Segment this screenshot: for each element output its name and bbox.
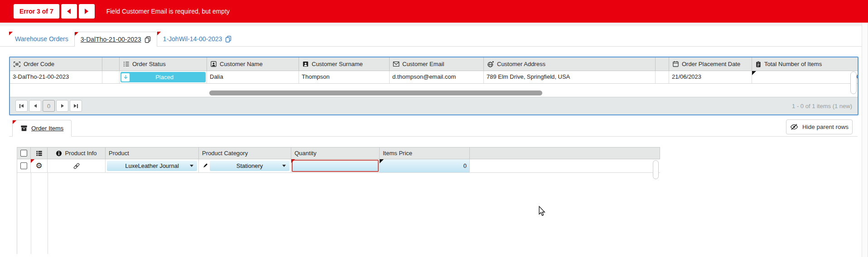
divider bbox=[9, 136, 858, 137]
modified-corner-icon bbox=[752, 71, 756, 75]
row-actions-header bbox=[31, 148, 48, 159]
spacer-column-header bbox=[656, 57, 669, 71]
customer-address-cell[interactable]: 789 Elm Drive, Springfield, USA bbox=[484, 71, 656, 83]
divider bbox=[0, 23, 868, 26]
customer-surname-cell[interactable]: Thompson bbox=[299, 71, 390, 83]
modified-corner-icon bbox=[380, 159, 384, 163]
orders-pager: 0 1 - 0 of 1 items (1 new) bbox=[10, 97, 858, 114]
error-corner-icon bbox=[75, 32, 78, 36]
pen-icon bbox=[202, 162, 208, 169]
id-card-filled-icon bbox=[302, 61, 309, 67]
customer-address-header[interactable]: Customer Address bbox=[484, 57, 656, 71]
pager-summary: 1 - 0 of 1 items (1 new) bbox=[792, 103, 852, 109]
column-divider bbox=[48, 172, 48, 254]
chevron-down-icon bbox=[190, 165, 193, 167]
order-items-header: Product Info Product Product Category Qu… bbox=[17, 147, 660, 159]
current-page-indicator[interactable]: 0 bbox=[43, 100, 55, 112]
error-corner-icon bbox=[157, 32, 161, 35]
next-page-button[interactable] bbox=[56, 100, 68, 112]
grid-empty-area bbox=[10, 84, 858, 97]
hide-parent-rows-button[interactable]: Hide parent rows bbox=[786, 119, 853, 134]
page-scrollbar-track[interactable] bbox=[862, 23, 868, 257]
horizontal-scrollbar[interactable] bbox=[209, 90, 542, 95]
product-dropdown[interactable]: LuxeLeather Journal bbox=[107, 161, 197, 171]
info-icon bbox=[56, 150, 62, 157]
last-page-button[interactable] bbox=[70, 100, 82, 112]
product-header[interactable]: Product bbox=[106, 148, 199, 159]
status-download-icon bbox=[121, 73, 130, 81]
gear-icon[interactable]: ⚙ bbox=[35, 162, 42, 170]
order-row: 3-DalTho-21-00-2023 Placed Dalia Thompso… bbox=[10, 71, 858, 84]
tab-order-1-johwil-14-00-2023[interactable]: 1-JohWil-14-00-2023 bbox=[157, 32, 238, 46]
order-tabs-bar: Warehouse Orders 3-DalTho-21-00-2023 1-J… bbox=[0, 31, 862, 47]
tab-order-3-daltho-21-00-2023[interactable]: 3-DalTho-21-00-2023 bbox=[74, 32, 157, 47]
items-price-header[interactable]: Items Price bbox=[380, 148, 470, 159]
column-divider bbox=[31, 172, 31, 254]
customer-email-cell[interactable]: d.thompson@email.com bbox=[390, 71, 484, 83]
orders-grid-header: Order Code Order Status Customer Name Cu… bbox=[10, 57, 858, 71]
product-category-dropdown[interactable]: Stationery bbox=[210, 161, 289, 171]
first-page-button[interactable] bbox=[15, 100, 28, 112]
product-info-cell[interactable] bbox=[48, 159, 106, 172]
envelope-icon bbox=[393, 61, 400, 67]
order-item-row: ⚙ LuxeLeather Journal Stationery bbox=[17, 159, 660, 173]
error-message: Field Customer Email is required, but em… bbox=[106, 8, 230, 15]
total-number-of-items-header[interactable]: Total Number of Items bbox=[752, 57, 858, 71]
tab-warehouse-orders[interactable]: Warehouse Orders bbox=[9, 32, 74, 46]
customer-name-cell[interactable]: Dalia bbox=[207, 71, 299, 83]
total-number-of-items-cell[interactable]: 0 bbox=[752, 71, 858, 83]
barcode-icon bbox=[13, 61, 21, 68]
prev-page-button[interactable] bbox=[29, 100, 41, 112]
tab-order-items[interactable]: Order Items bbox=[12, 120, 72, 137]
product-info-header[interactable]: Product Info bbox=[48, 148, 106, 159]
id-card-icon bbox=[210, 61, 217, 67]
select-all-checkbox[interactable] bbox=[20, 150, 27, 157]
filler-cell bbox=[470, 159, 660, 172]
eye-slash-icon bbox=[790, 124, 798, 130]
error-prev-button[interactable] bbox=[61, 4, 77, 19]
error-corner-icon bbox=[31, 159, 34, 163]
product-category-cell: Stationery bbox=[199, 159, 291, 172]
order-status-cell[interactable]: Placed bbox=[120, 71, 207, 83]
calendar-icon bbox=[672, 61, 679, 67]
row-select-cell[interactable] bbox=[17, 159, 31, 172]
vertical-scrollbar[interactable] bbox=[850, 71, 857, 94]
customer-email-header[interactable]: Customer Email bbox=[390, 57, 484, 71]
error-corner-icon bbox=[13, 120, 16, 124]
order-status-header[interactable]: Order Status bbox=[120, 57, 207, 71]
spacer-cell bbox=[102, 71, 120, 83]
error-next-button[interactable] bbox=[79, 4, 95, 19]
items-price-cell[interactable]: 0 bbox=[380, 159, 470, 172]
error-corner-icon bbox=[291, 159, 295, 163]
quantity-header[interactable]: Quantity bbox=[291, 148, 380, 159]
row-settings-cell[interactable]: ⚙ bbox=[31, 159, 48, 172]
product-category-header[interactable]: Product Category bbox=[199, 148, 291, 159]
link-icon[interactable] bbox=[72, 162, 81, 170]
spacer-column-header bbox=[102, 57, 120, 71]
quantity-input[interactable] bbox=[292, 160, 379, 172]
order-placement-date-cell[interactable]: 21/06/2023 bbox=[669, 71, 752, 83]
list-icon bbox=[123, 61, 130, 67]
right-arrow-icon bbox=[85, 9, 88, 14]
globe-icon bbox=[487, 61, 494, 68]
customer-surname-header[interactable]: Customer Surname bbox=[299, 57, 390, 71]
order-items-grid: Product Info Product Product Category Qu… bbox=[17, 147, 660, 254]
error-banner: Error 3 of 7 Field Customer Email is req… bbox=[0, 0, 868, 23]
product-cell: LuxeLeather Journal bbox=[106, 159, 199, 172]
left-arrow-icon bbox=[67, 9, 71, 14]
order-code-header[interactable]: Order Code bbox=[10, 57, 102, 71]
chevron-down-icon bbox=[282, 165, 286, 167]
order-placement-date-header[interactable]: Order Placement Date bbox=[669, 57, 752, 71]
copy-icon[interactable] bbox=[145, 36, 151, 43]
quantity-cell[interactable] bbox=[291, 159, 380, 172]
error-counter: Error 3 of 7 bbox=[14, 4, 59, 19]
copy-icon[interactable] bbox=[225, 36, 231, 43]
row-checkbox[interactable] bbox=[20, 162, 27, 169]
customer-name-header[interactable]: Customer Name bbox=[207, 57, 299, 71]
order-code-cell[interactable]: 3-DalTho-21-00-2023 bbox=[10, 71, 102, 83]
select-all-header[interactable] bbox=[17, 148, 31, 159]
vertical-scrollbar[interactable] bbox=[653, 160, 659, 179]
mouse-cursor bbox=[538, 206, 547, 217]
status-badge[interactable]: Placed bbox=[121, 72, 206, 82]
error-corner-icon bbox=[9, 32, 13, 35]
